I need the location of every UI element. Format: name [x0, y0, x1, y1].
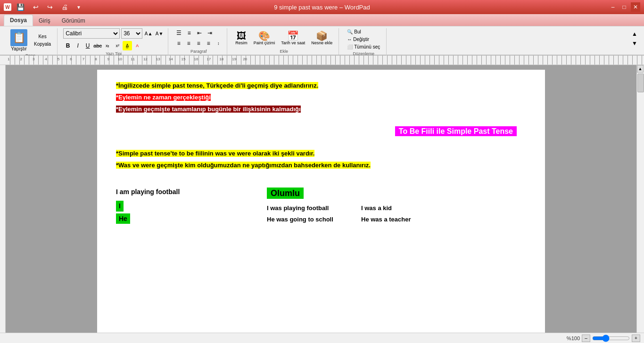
- font-color-button[interactable]: A: [132, 41, 142, 50]
- ribbon-edit: 🔍Bul ↔Değiştir ⬜Tümünü seç Düzenleme: [341, 28, 387, 57]
- document-area[interactable]: *İngilizcede simple past tense, Türkçede…: [6, 65, 636, 343]
- save-button[interactable]: 💾: [13, 2, 28, 12]
- insert-label: Ekle: [233, 48, 335, 55]
- select-all-button[interactable]: ⬜Tümünü seç: [345, 43, 382, 50]
- scroll-up-button[interactable]: ▲: [637, 65, 644, 73]
- font-name-select[interactable]: Calibri: [63, 28, 120, 39]
- document-page[interactable]: *İngilizcede simple past tense, Türkçede…: [97, 70, 545, 343]
- line-5: *Was ve were geçmişte kim olduğumuzdan n…: [116, 161, 526, 171]
- zoom-out-button[interactable]: –: [582, 335, 590, 342]
- window-title: 9 simple past was were – WordPad: [0, 4, 644, 11]
- past-row-2: He was going to scholl He was a teacher: [267, 215, 526, 225]
- status-bar: %100 – +: [0, 333, 644, 343]
- paint-icon: 🎨: [258, 31, 270, 41]
- font-shrink-button[interactable]: A▼: [155, 29, 164, 38]
- line-4: *Simple past tense'te to be fiilinin was…: [116, 149, 526, 159]
- ribbon-font: Calibri 36 A▲ A▼ B I U abc x₂ x² A̲ A Ya…: [59, 28, 168, 57]
- tab-gorunum[interactable]: Görünüm: [56, 16, 91, 26]
- decrease-indent-button[interactable]: ⇤: [195, 28, 204, 38]
- paste-icon: 📋: [10, 29, 27, 46]
- image-button[interactable]: 🖼 Resim: [233, 30, 250, 47]
- replace-icon: ↔: [347, 37, 352, 42]
- paste-label: Yapıştır: [11, 46, 27, 51]
- date-label: Tarih ve saat: [281, 41, 305, 45]
- i-cell: I: [116, 201, 124, 211]
- line2-text: *Eylemin ne zaman gerçekleştiği: [116, 94, 211, 101]
- ruler-numbers: 1 2 3 4 5 6 7 8 9 10 11 12 13 14 15 16 1…: [0, 57, 644, 61]
- find-button[interactable]: 🔍Bul: [345, 28, 363, 35]
- spacer-3: [116, 172, 526, 182]
- ribbon-collapse: ▲ ▼: [629, 28, 640, 49]
- minimize-button[interactable]: –: [608, 2, 618, 12]
- replace-button[interactable]: ↔Değiştir: [345, 36, 372, 43]
- line-2: *Eylemin ne zaman gerçekleştiği: [116, 93, 526, 103]
- align-left-button[interactable]: ≡: [174, 39, 183, 48]
- document-content: *İngilizcede simple past tense, Türkçede…: [116, 81, 526, 226]
- superscript-button[interactable]: x²: [113, 41, 122, 50]
- object-button[interactable]: 📦 Nesne ekle: [309, 30, 335, 47]
- line3-text: *Eylemin geçmişte tamamlanıp bugünle bir…: [116, 106, 301, 113]
- align-right-button[interactable]: ≡: [194, 39, 203, 48]
- title-bar-left: W 💾 ↩ ↪ 🖨 ▼: [4, 2, 84, 12]
- maximize-button[interactable]: □: [619, 2, 629, 12]
- select-icon: ⬜: [347, 44, 353, 49]
- tab-giris[interactable]: Giriş: [33, 16, 56, 26]
- present-row: I am playing football: [116, 187, 257, 197]
- justify-button[interactable]: ≡: [204, 39, 213, 48]
- italic-button[interactable]: I: [73, 41, 83, 50]
- copy-button[interactable]: Kopyala: [32, 41, 53, 48]
- close-button[interactable]: ✕: [631, 2, 640, 12]
- past-row2-left: He was going to scholl: [267, 215, 361, 225]
- find-icon: 🔍: [347, 29, 353, 34]
- align-center-button[interactable]: ≡: [184, 39, 193, 48]
- right-scrollbar[interactable]: ▲ ▼: [636, 65, 644, 343]
- edit-content: 🔍Bul ↔Değiştir ⬜Tümünü seç: [345, 28, 382, 50]
- zoom-slider[interactable]: [592, 335, 630, 342]
- list-button[interactable]: ☰: [174, 28, 183, 38]
- paste-button[interactable]: 📋 Yapıştır: [8, 28, 30, 52]
- ribbon-pano: 📋 Yapıştır Kes Kopyala Pano: [4, 28, 58, 59]
- align-buttons: ≡ ≡ ≡ ≡ ↕: [174, 39, 223, 48]
- ribbon-down-button[interactable]: ▼: [630, 39, 639, 48]
- line4-text: *Simple past tense'te to be fiilinin was…: [116, 150, 314, 157]
- insert-content: 🖼 Resim 🎨 Paint çizimi 📅 Tarih ve saat 📦…: [233, 28, 335, 48]
- left-scroll: [0, 65, 6, 343]
- underline-button[interactable]: U: [83, 41, 92, 50]
- font-name-row: Calibri 36 A▲ A▼: [63, 28, 164, 39]
- ruler: 1 2 3 4 5 6 7 8 9 10 11 12 13 14 15 16 1…: [0, 56, 644, 65]
- paint-button[interactable]: 🎨 Paint çizimi: [251, 30, 278, 47]
- quick-access-more[interactable]: ▼: [73, 3, 84, 11]
- highlight-button[interactable]: A̲: [123, 41, 132, 50]
- paragraph-label: Paragraf: [174, 48, 223, 55]
- font-format-buttons: B I U abc x₂ x² A̲ A: [63, 41, 164, 50]
- strikethrough-button[interactable]: abc: [93, 41, 102, 50]
- numbered-list-button[interactable]: ≡: [184, 28, 194, 38]
- present-text: I am playing football: [116, 188, 180, 196]
- line5-text: *Was ve were geçmişte kim olduğumuzdan n…: [116, 162, 371, 169]
- tab-dosya[interactable]: Dosya: [4, 15, 33, 26]
- ribbon: 📋 Yapıştır Kes Kopyala Pano Calibri 36 A…: [0, 26, 644, 56]
- zoom-in-button[interactable]: +: [632, 335, 640, 342]
- heading-row: To Be Fiili ile Simple Past Tense: [116, 125, 517, 138]
- line-spacing-button[interactable]: ↕: [214, 39, 223, 48]
- paint-label: Paint çizimi: [254, 41, 275, 45]
- print-button[interactable]: 🖨: [58, 2, 71, 12]
- undo-button[interactable]: ↩: [30, 2, 42, 12]
- date-button[interactable]: 📅 Tarih ve saat: [279, 30, 307, 47]
- present-tense-area: I am playing football I He: [116, 187, 257, 226]
- bold-button[interactable]: B: [63, 41, 73, 50]
- cut-button[interactable]: Kes: [32, 33, 53, 40]
- past-row2-right: He was a teacher: [361, 215, 411, 225]
- font-size-select[interactable]: 36: [121, 28, 142, 39]
- ribbon-up-button[interactable]: ▲: [630, 29, 639, 39]
- redo-button[interactable]: ↪: [44, 2, 56, 12]
- font-controls: Calibri 36 A▲ A▼ B I U abc x₂ x² A̲ A: [63, 28, 164, 50]
- olumlu-header: Olumlu: [267, 187, 526, 200]
- scroll-thumb[interactable]: [637, 74, 644, 92]
- subscript-button[interactable]: x₂: [103, 41, 112, 50]
- past-row-1: I was playing football I was a kid: [267, 204, 526, 213]
- table-area: I am playing football I He Olumlu: [116, 187, 526, 226]
- pano-content: 📋 Yapıştır Kes Kopyala: [8, 28, 53, 52]
- font-grow-button[interactable]: A▲: [144, 29, 153, 38]
- increase-indent-button[interactable]: ⇥: [205, 28, 215, 38]
